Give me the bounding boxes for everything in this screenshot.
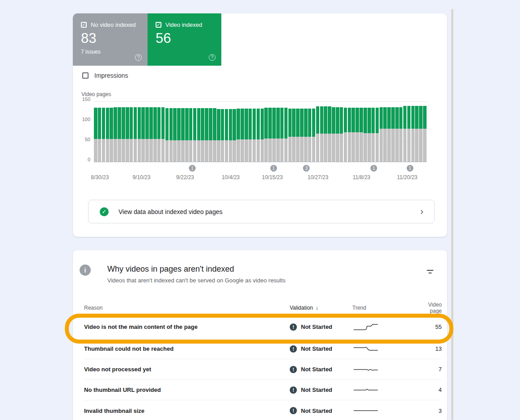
filter-icon[interactable]: [427, 269, 434, 275]
stacked-bar: [126, 107, 129, 162]
view-data-button[interactable]: ✓ View data about indexed video pages ›: [88, 200, 435, 223]
stacked-bar: [415, 106, 419, 162]
indexed-tile[interactable]: ✓ Video indexed 56 ?: [148, 13, 221, 66]
gridline: [94, 101, 427, 102]
view-data-label: View data about indexed video pages: [118, 208, 222, 215]
impressions-checkbox[interactable]: [82, 72, 89, 79]
chart-event-badge[interactable]: 1: [406, 165, 413, 172]
not-started-icon: !: [290, 407, 297, 414]
sort-descending-icon: ↓: [316, 305, 318, 311]
stacked-bar: [344, 108, 347, 162]
video-pages-count: 55: [425, 323, 442, 330]
stacked-bar: [288, 109, 292, 162]
stacked-bar: [328, 106, 331, 162]
stacked-bar: [245, 109, 248, 162]
video-pages-count: 3: [425, 407, 442, 414]
x-axis-tick-label: 9/10/23: [132, 174, 150, 181]
stacked-bar: [312, 109, 316, 162]
not-started-icon: !: [290, 386, 297, 394]
validation-status: Not Started: [301, 386, 332, 393]
x-axis-ticks: 8/30/239/10/239/22/2310/4/2310/15/2310/2…: [94, 174, 427, 181]
stacked-bar: [395, 107, 399, 162]
scrollbar-thumb[interactable]: [451, 9, 453, 420]
stacked-bar: [407, 106, 411, 162]
chart-event-badge[interactable]: 1: [270, 165, 277, 172]
help-icon[interactable]: ?: [209, 54, 216, 61]
column-header-validation[interactable]: Validation ↓: [290, 305, 352, 311]
column-header-video-pages[interactable]: Video page: [425, 302, 442, 314]
stacked-bar: [348, 108, 351, 162]
check-circle-icon: ✓: [100, 207, 109, 216]
stacked-bar: [209, 108, 212, 162]
video-pages-count: 4: [425, 386, 442, 393]
table-row[interactable]: Thumbnail could not be reached ! Not Sta…: [84, 339, 442, 359]
stacked-bar: [181, 108, 185, 162]
trend-sparkline: [352, 406, 379, 415]
not-indexed-tile[interactable]: ✓ No video indexed 83 7 issues ?: [73, 13, 148, 66]
y-axis-tick-label: 150: [73, 97, 90, 102]
validation-cell: ! Not Started: [290, 323, 352, 331]
x-axis-tick-label: 11/20/23: [397, 174, 418, 181]
validation-cell: ! Not Started: [290, 407, 352, 414]
help-icon[interactable]: ?: [135, 54, 142, 61]
reason-cell: No thumbnail URL provided: [84, 386, 290, 393]
column-header-trend[interactable]: Trend: [352, 305, 425, 311]
stacked-bar: [177, 108, 181, 162]
stacked-bar: [134, 107, 137, 162]
stacked-bar: [300, 109, 304, 162]
column-header-reason[interactable]: Reason: [84, 305, 290, 311]
stacked-bar: [272, 108, 276, 162]
stacked-bar: [106, 108, 110, 162]
stacked-bar: [351, 108, 355, 162]
stacked-bar: [149, 107, 153, 162]
table-row[interactable]: Video not processed yet ! Not Started 7: [84, 359, 442, 380]
stacked-bar: [169, 108, 173, 162]
indexed-count: 56: [148, 28, 221, 46]
stacked-bar: [201, 108, 204, 162]
table-header: Reason Validation ↓ Trend Video page: [84, 300, 442, 315]
stacked-bar: [110, 108, 113, 162]
stacked-bar: [241, 109, 244, 162]
stacked-bar: [253, 109, 256, 162]
stacked-bar: [280, 108, 284, 162]
stacked-bar: [403, 106, 407, 162]
x-axis-tick-label: 10/15/23: [262, 174, 283, 181]
stacked-bar: [391, 107, 395, 162]
not-started-icon: !: [290, 323, 297, 331]
panel-title: Why videos in pages aren't indexed: [107, 265, 234, 274]
impressions-toggle[interactable]: Impressions: [82, 72, 128, 79]
stacked-bar: [161, 107, 165, 162]
stacked-bar: [399, 107, 403, 162]
stacked-bar: [185, 108, 189, 162]
indexed-checkbox[interactable]: ✓: [156, 22, 161, 28]
stacked-bar: [276, 108, 280, 162]
table-row[interactable]: No thumbnail URL provided ! Not Started …: [84, 380, 442, 400]
stacked-bar: [423, 106, 427, 162]
chart-event-badge[interactable]: 3: [303, 165, 310, 172]
trend-cell: [352, 344, 425, 353]
stacked-bar: [257, 109, 260, 162]
stacked-bar: [304, 109, 308, 162]
not-started-icon: !: [290, 345, 297, 353]
not-indexed-count: 83: [73, 28, 148, 46]
video-pages-count: 13: [425, 345, 442, 352]
trend-cell: [352, 386, 425, 395]
stacked-bar: [383, 107, 387, 162]
stacked-bar: [205, 108, 208, 162]
chart-event-badge[interactable]: 1: [189, 165, 195, 172]
table-row[interactable]: Video is not the main content of the pag…: [84, 315, 442, 339]
stacked-bar: [165, 108, 169, 162]
stacked-bar: [340, 107, 343, 162]
stacked-bar: [264, 108, 268, 162]
table-row[interactable]: Invalid thumbnail size ! Not Started 3: [84, 400, 442, 420]
trend-cell: [352, 406, 425, 415]
stacked-bar: [364, 108, 367, 162]
stacked-bar: [308, 109, 312, 162]
not-indexed-checkbox[interactable]: ✓: [81, 22, 87, 28]
video-indexing-summary-card: ✓ No video indexed 83 7 issues ? ✓ Video…: [73, 13, 447, 237]
chart-plot-area[interactable]: 050100150: [94, 102, 427, 162]
trend-cell: [352, 365, 425, 374]
stacked-bar: [376, 108, 379, 162]
not-started-icon: !: [290, 366, 297, 373]
chart-event-badge[interactable]: 1: [371, 165, 377, 172]
